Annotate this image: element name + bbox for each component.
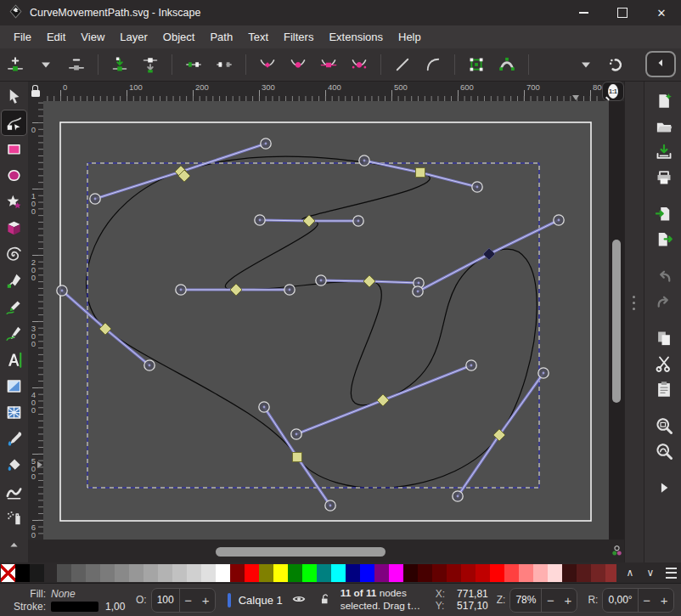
save-document-button[interactable] [650, 139, 678, 165]
swatch-#630000[interactable] [432, 564, 447, 582]
fill-stroke-indicator[interactable]: Fill: None Stroke: 1,00 [3, 588, 131, 613]
swatch-#008080[interactable] [317, 564, 331, 582]
show-transform-handles-button[interactable] [605, 54, 628, 76]
menu-edit[interactable]: Edit [39, 27, 73, 47]
palette-scroll-down-button[interactable]: ∨ [640, 563, 661, 582]
insert-node-button[interactable] [4, 54, 26, 76]
menu-object[interactable]: Object [155, 27, 203, 47]
spiral-tool[interactable] [2, 242, 26, 267]
node-corner-button[interactable] [256, 54, 279, 76]
import-button[interactable] [650, 201, 678, 227]
swatch-#1a1a1a[interactable] [30, 564, 44, 582]
swatch-#979797[interactable] [129, 564, 144, 582]
swatch-#a5a5a5[interactable] [144, 564, 158, 582]
close-button[interactable]: ✕ [642, 0, 681, 25]
text-tool[interactable] [2, 348, 26, 372]
opacity-value[interactable]: 100 [152, 594, 179, 606]
swatch-#c00000[interactable] [476, 564, 490, 582]
panel-resize-grip[interactable] [624, 82, 644, 562]
paste-button[interactable] [650, 376, 678, 402]
swatch-#6d6d6d[interactable] [86, 564, 100, 582]
swatch-#3a1010[interactable] [562, 564, 577, 582]
menu-file[interactable]: File [6, 27, 39, 47]
minimize-button[interactable] [564, 0, 603, 25]
tweak-tool[interactable] [2, 479, 26, 504]
swatch-#008000[interactable] [288, 564, 302, 582]
paint-bucket-tool[interactable] [2, 453, 26, 478]
swatch-#ffff00[interactable] [273, 564, 288, 582]
swatch-#2b0000[interactable] [403, 564, 418, 582]
swatch-#b3b3b3[interactable] [158, 564, 172, 582]
delete-segment-button[interactable] [213, 54, 235, 76]
menu-path[interactable]: Path [202, 27, 240, 47]
insert-node-options-dropdown[interactable] [35, 54, 57, 76]
swatch-#561a1a[interactable] [577, 564, 591, 582]
x-coord-dropdown[interactable] [575, 54, 597, 76]
zoom-selection-button[interactable] [650, 413, 678, 438]
node-editor-tool[interactable] [2, 110, 26, 135]
swatch-#000000[interactable] [15, 564, 30, 582]
segment-curve-button[interactable] [422, 54, 444, 76]
swatch-#ff8080[interactable] [519, 564, 533, 582]
vertical-ruler[interactable]: 0100200300400500600 [28, 101, 43, 540]
swatch-#c1c1c1[interactable] [172, 564, 187, 582]
export-button[interactable] [650, 227, 678, 252]
print-button[interactable] [650, 165, 678, 190]
redo-button[interactable] [650, 289, 678, 314]
mesh-tool[interactable] [2, 400, 26, 425]
swatch-#ff0000[interactable] [490, 564, 504, 582]
swatch-#a00000[interactable] [461, 564, 476, 582]
join-nodes-button[interactable] [109, 54, 131, 76]
node-B[interactable] [416, 168, 425, 178]
swatch-#ff0000[interactable] [245, 564, 259, 582]
layer-visibility-eye-icon[interactable] [292, 592, 306, 608]
opacity-increase-button[interactable]: + [197, 589, 215, 612]
commands-more-button[interactable] [650, 475, 678, 500]
swatch-#00ffff[interactable] [331, 564, 346, 582]
ruler-lock[interactable] [28, 82, 43, 101]
delete-node-button[interactable] [65, 54, 87, 76]
calligraphy-tool[interactable] [2, 321, 26, 346]
object-to-path-button[interactable] [465, 54, 487, 76]
swatch-#470000[interactable] [418, 564, 432, 582]
palette-menu-button[interactable] [661, 563, 681, 582]
pen-tool[interactable] [2, 268, 26, 293]
swatch-#0000ff[interactable] [360, 564, 374, 582]
toolbox-expander[interactable] [2, 532, 26, 557]
menu-layer[interactable]: Layer [112, 27, 155, 47]
swatch-none[interactable] [1, 564, 15, 582]
rotation-spinner[interactable]: 0,00° − + [602, 588, 673, 613]
zoom-value[interactable]: 78% [510, 594, 541, 606]
swatch-#8f2e2e[interactable] [605, 564, 616, 582]
swatch-#4d4d4d[interactable] [57, 564, 71, 582]
swatch-#732424[interactable] [591, 564, 605, 582]
menu-view[interactable]: View [73, 27, 112, 47]
vertical-scrollbar[interactable] [609, 101, 624, 540]
color-managed-toggle[interactable] [609, 540, 624, 564]
zoom-drawing-button[interactable] [650, 438, 678, 464]
swatch-#00ff00[interactable] [302, 564, 317, 582]
node-smooth-button[interactable] [287, 54, 309, 76]
selector-tool[interactable] [2, 84, 26, 109]
horizontal-scrollbar-thumb[interactable] [216, 547, 386, 557]
drawing-canvas[interactable] [43, 101, 609, 540]
rotation-decrease-button[interactable]: − [638, 589, 656, 612]
node-auto-button[interactable] [348, 54, 370, 76]
horizontal-scrollbar[interactable] [43, 540, 609, 564]
swatch-#800000[interactable] [230, 564, 245, 582]
join-with-segment-button[interactable] [183, 54, 205, 76]
swatch-#ffb0b0[interactable] [533, 564, 548, 582]
opacity-decrease-button[interactable]: − [179, 589, 197, 612]
ellipse-tool[interactable] [2, 163, 26, 188]
swatch-#e0e0e0[interactable] [201, 564, 216, 582]
new-document-button[interactable] [650, 88, 678, 114]
gradient-tool[interactable] [2, 374, 26, 398]
zoom-1-1-button[interactable]: 1:1 [602, 82, 624, 101]
menu-help[interactable]: Help [391, 27, 429, 47]
swatch-#ffffff[interactable] [216, 564, 230, 582]
star-tool[interactable] [2, 189, 26, 214]
horizontal-ruler[interactable]: 0100200300400500600700800 [43, 82, 602, 101]
rectangle-tool[interactable] [2, 137, 26, 161]
swatch-#d0d0d0[interactable] [187, 564, 201, 582]
maximize-button[interactable] [603, 0, 642, 25]
